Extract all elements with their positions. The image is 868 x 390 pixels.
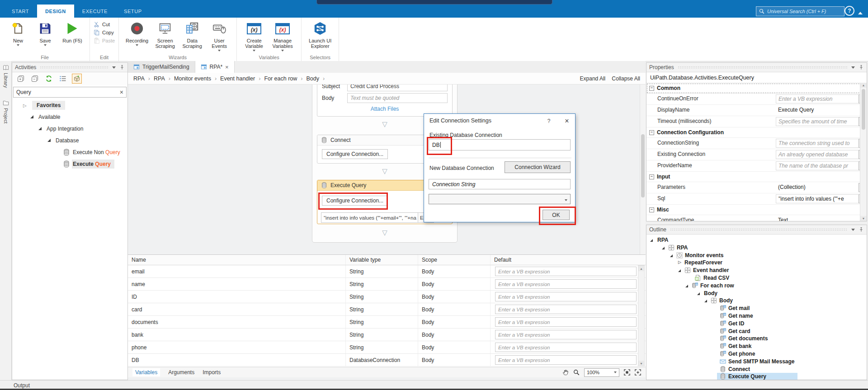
table-row[interactable]: bankStringBodyEnter a VB expression: [128, 329, 646, 341]
outline-item[interactable]: Get mail: [646, 305, 867, 312]
expander-collapsed-icon[interactable]: [678, 260, 681, 264]
collapse-all-link[interactable]: Collapse All: [612, 75, 640, 82]
property-value-input[interactable]: An already opened database: [776, 150, 862, 159]
doc-tab-rpa[interactable]: RPA*: [195, 61, 235, 73]
scroll-down-icon[interactable]: ▼: [638, 361, 644, 366]
breadcrumb-item[interactable]: RPA: [133, 75, 154, 82]
outline-item[interactable]: Get name: [646, 312, 867, 320]
property-value-input[interactable]: The name of the database pr: [776, 161, 862, 170]
property-value-input[interactable]: Execute Query: [776, 106, 861, 114]
outline-item[interactable]: Read CSV: [646, 274, 867, 282]
column-header-scope[interactable]: Scope: [418, 255, 491, 265]
property-value-input[interactable]: Specifies the amount of time: [776, 117, 862, 126]
chevron-down-icon[interactable]: [851, 229, 855, 233]
properties-scrollbar[interactable]: ▲ ▼: [860, 83, 867, 221]
paste-button[interactable]: Paste: [94, 38, 115, 44]
scroll-down-icon[interactable]: ▼: [860, 216, 867, 221]
table-row[interactable]: IDStringBodyEnter a VB expression: [128, 291, 646, 303]
pin-icon[interactable]: [859, 65, 864, 70]
outline-item[interactable]: Event handler: [646, 267, 867, 274]
provider-dropdown[interactable]: [429, 194, 571, 204]
table-row[interactable]: documentsStringBodyEnter a VB expression: [128, 316, 646, 329]
chevron-down-icon[interactable]: [851, 66, 855, 70]
configure-connection-button[interactable]: Configure Connection...: [322, 196, 388, 206]
property-value-input[interactable]: The connection string used to: [776, 139, 862, 148]
default-value-input[interactable]: Enter a VB expression: [495, 292, 637, 301]
tree-item-available[interactable]: Available: [12, 111, 127, 123]
section-misc[interactable]: Misc: [646, 205, 867, 215]
default-value-input[interactable]: Enter a VB expression: [495, 330, 637, 339]
tree-item-database[interactable]: Database: [12, 135, 127, 146]
chevron-down-icon[interactable]: [112, 66, 116, 70]
zoom-to-fit-icon[interactable]: [635, 369, 641, 376]
outline-item[interactable]: Get phone: [646, 350, 867, 358]
body-input[interactable]: Text must be quoted: [347, 93, 448, 103]
collapse-icon[interactable]: [649, 130, 654, 135]
tab-start[interactable]: START: [4, 5, 37, 18]
connection-string-input[interactable]: Connection String: [429, 179, 571, 189]
configure-connection-button[interactable]: Configure Connection...: [322, 149, 388, 159]
outline-item[interactable]: For each row: [646, 282, 867, 290]
expander-open-icon[interactable]: [38, 127, 42, 130]
expander-collapsed-icon[interactable]: [23, 103, 27, 108]
activities-search-input[interactable]: Query: [13, 87, 127, 98]
help-icon[interactable]: ?: [844, 6, 854, 16]
property-value-input[interactable]: (Collection): [776, 183, 861, 191]
dialog-help-icon[interactable]: ?: [545, 117, 552, 125]
tree-view-icon[interactable]: [58, 74, 68, 84]
collapse-icon[interactable]: [649, 174, 654, 179]
close-icon[interactable]: [562, 117, 571, 126]
table-row[interactable]: cardStringBodyEnter a VB expression: [128, 303, 646, 316]
default-value-input[interactable]: Enter a VB expression: [495, 267, 637, 276]
launch-ui-explorer-button[interactable]: Launch UI Explorer: [306, 19, 335, 49]
packages-icon[interactable]: [72, 74, 82, 84]
tree-item-execute-query[interactable]: Execute Query: [12, 158, 127, 170]
outline-item-selected[interactable]: Execute Query: [646, 373, 867, 380]
outline-item[interactable]: RPA: [646, 236, 867, 244]
expander-open-icon[interactable]: [685, 285, 688, 287]
outline-item[interactable]: Monitor events: [646, 252, 867, 259]
user-events-button[interactable]: User Events: [206, 19, 232, 53]
ok-button[interactable]: OK: [542, 210, 570, 220]
manage-variables-button[interactable]: (x) Manage Variables: [268, 19, 297, 53]
default-value-input[interactable]: Enter a VB expression: [495, 279, 637, 289]
smtp-mail-card[interactable]: Subject Credit Card Process Body Text mu…: [317, 85, 453, 117]
default-value-input[interactable]: Enter a VB expression: [495, 343, 637, 352]
scrollbar-thumb[interactable]: [862, 89, 865, 130]
pin-icon[interactable]: [119, 65, 125, 70]
outline-item[interactable]: RPA: [646, 244, 867, 252]
doc-tab-triggermailsending[interactable]: TriggerMailSending: [128, 61, 195, 73]
outline-item[interactable]: Get bank: [646, 343, 867, 350]
outline-item[interactable]: RepeatForever: [646, 259, 867, 267]
default-value-input[interactable]: Enter a VB expression: [495, 305, 637, 314]
section-input[interactable]: Input: [646, 172, 867, 182]
table-scrollbar[interactable]: ▲ ▼: [638, 265, 645, 367]
create-variable-button[interactable]: (x) Create Variable: [241, 19, 267, 53]
recording-button[interactable]: Recording: [123, 19, 151, 47]
cut-button[interactable]: Cut: [94, 21, 115, 28]
expander-open-icon[interactable]: [30, 115, 33, 118]
scroll-up-icon[interactable]: ▲: [638, 266, 644, 271]
table-row[interactable]: nameStringBodyEnter a VB expression: [128, 278, 646, 291]
breadcrumb-item[interactable]: Monitor events: [174, 75, 220, 82]
expander-open-icon[interactable]: [704, 300, 707, 302]
close-icon[interactable]: [225, 64, 229, 70]
zoom-icon[interactable]: [573, 369, 580, 376]
copy-button[interactable]: Copy: [94, 29, 115, 36]
collapse-ribbon-icon[interactable]: [858, 9, 863, 14]
expander-open-icon[interactable]: [662, 247, 665, 249]
fit-to-screen-icon[interactable]: [624, 369, 630, 376]
default-value-input[interactable]: Enter a VB expression: [495, 317, 637, 327]
column-header-default[interactable]: Default: [491, 255, 646, 265]
breadcrumb-item[interactable]: Event handler: [220, 75, 264, 82]
outline-item[interactable]: Get card: [646, 328, 867, 335]
existing-connection-input[interactable]: DB: [429, 139, 571, 150]
footer-tab-variables[interactable]: Variables: [132, 368, 160, 376]
column-header-variable-type[interactable]: Variable type: [346, 255, 418, 265]
rail-tab-library[interactable]: Library: [3, 65, 9, 88]
expander-open-icon[interactable]: [678, 269, 681, 272]
outline-item[interactable]: Send SMTP Mail Message: [646, 358, 867, 366]
clear-search-icon[interactable]: [120, 89, 123, 96]
property-value-input[interactable]: "insert into info values ('"+e: [776, 194, 862, 203]
expander-open-icon[interactable]: [650, 239, 653, 242]
